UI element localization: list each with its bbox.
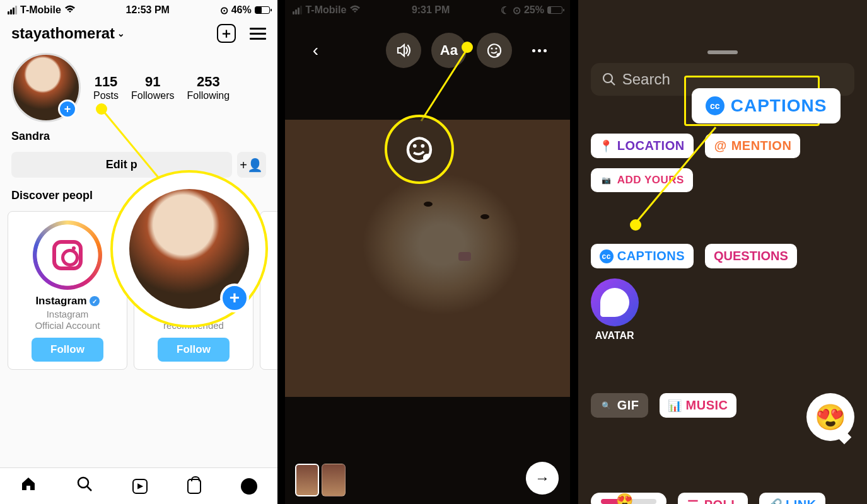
more-button[interactable]	[522, 33, 557, 68]
add-story-icon[interactable]: +	[58, 100, 77, 118]
next-button[interactable]: →	[526, 462, 559, 495]
thumbnail[interactable]	[295, 464, 319, 496]
svg-point-3	[491, 47, 492, 49]
music-sticker[interactable]: 📊MUSIC	[660, 393, 737, 418]
poll-icon: ☰	[687, 498, 701, 505]
text-button[interactable]: Aa	[431, 33, 467, 68]
suggestion-card: re	[260, 211, 277, 370]
thumbnail[interactable]	[322, 464, 346, 496]
username-dropdown[interactable]: stayathomerat ⌄	[11, 25, 125, 42]
shop-tab[interactable]	[187, 479, 201, 494]
create-button[interactable]: ＋	[217, 24, 236, 43]
menu-button[interactable]	[250, 28, 266, 40]
carrier-label: T-Mobile	[20, 4, 61, 16]
sticker-search[interactable]: Search	[591, 63, 854, 96]
media-thumbnails	[295, 464, 346, 496]
alarm-icon: ⊙	[220, 4, 228, 16]
profile-avatar[interactable]: +	[11, 53, 81, 122]
stat-following[interactable]: 253 Following	[187, 74, 230, 101]
sticker-picker-screen: Search 📍LOCATION @MENTION 📷ADD YOURS ccC…	[578, 0, 867, 504]
stat-posts[interactable]: 115 Posts	[93, 74, 119, 101]
audio-button[interactable]	[386, 33, 421, 68]
follow-button[interactable]: Follow	[158, 338, 230, 362]
gif-sticker[interactable]: 🔍GIF	[591, 393, 648, 418]
emoji-sticker[interactable]: 😍	[806, 393, 854, 441]
music-icon: 📊	[668, 399, 682, 413]
svg-point-8	[603, 74, 612, 83]
tab-bar	[0, 467, 277, 504]
edit-profile-button[interactable]: Edit p	[11, 152, 232, 178]
chevron-down-icon: ⌄	[117, 28, 125, 38]
suggestion-card: Rocketship...✓ Instagramrecommended Foll…	[134, 211, 253, 370]
profile-tab[interactable]	[241, 478, 257, 495]
battery-pct: 46%	[231, 4, 252, 16]
poll-sticker[interactable]: ☰POLL	[678, 493, 748, 504]
search-tab[interactable]	[76, 476, 93, 496]
verified-icon: ✓	[90, 296, 100, 306]
back-button[interactable]: ‹	[298, 33, 333, 68]
svg-point-4	[495, 47, 497, 49]
captions-sticker[interactable]: ccCAPTIONS	[591, 244, 694, 268]
at-icon: @	[714, 139, 728, 153]
location-sticker[interactable]: 📍LOCATION	[591, 134, 694, 158]
reels-tab[interactable]	[132, 479, 148, 494]
display-name: Sandra	[0, 129, 277, 144]
mention-sticker[interactable]: @MENTION	[705, 134, 801, 158]
profile-screen: T-Mobile 12:53 PM ⊙ 46% stayathomerat ⌄ …	[0, 0, 277, 504]
card-avatar[interactable]	[33, 220, 102, 290]
stat-followers[interactable]: 91 Followers	[131, 74, 174, 101]
status-bar: T-Mobile 12:53 PM ⊙ 46%	[0, 0, 277, 20]
questions-sticker[interactable]: QUESTIONS	[705, 244, 797, 268]
avatar-sticker[interactable]: AVATAR	[591, 278, 639, 341]
svg-point-0	[78, 478, 88, 488]
follow-button[interactable]: Follow	[32, 338, 103, 362]
time-label: 12:53 PM	[126, 4, 170, 16]
sticker-button[interactable]	[477, 33, 512, 68]
suggestion-cards: Instagram✓ InstagramOfficial Account Fol…	[0, 206, 277, 375]
story-editor-screen: T-Mobile 9:31 PM ☾ ⊙ 25% ‹ Aa →	[285, 0, 569, 504]
search-placeholder: Search	[622, 71, 670, 88]
signal-icon	[8, 6, 17, 14]
drag-handle[interactable]	[707, 50, 738, 54]
discover-people-button[interactable]: +👤	[237, 152, 266, 178]
addyours-sticker[interactable]: 📷ADD YOURS	[591, 168, 693, 192]
cc-icon: cc	[600, 249, 614, 263]
home-tab[interactable]	[20, 476, 37, 496]
svg-line-9	[611, 81, 615, 85]
location-icon: 📍	[600, 139, 614, 153]
search-icon: 🔍	[600, 399, 614, 413]
camera-icon: 📷	[600, 173, 614, 187]
verified-icon: ✓	[223, 296, 233, 306]
suggestion-card: Instagram✓ InstagramOfficial Account Fol…	[8, 211, 127, 370]
link-sticker[interactable]: 🔗LINK	[759, 493, 825, 504]
battery-icon	[255, 6, 270, 14]
avatar-icon	[591, 278, 639, 326]
svg-line-1	[87, 486, 91, 491]
search-icon	[602, 72, 616, 86]
link-icon: 🔗	[768, 498, 782, 505]
card-avatar[interactable]	[159, 220, 228, 290]
wifi-icon	[64, 5, 76, 16]
discover-heading: Discover peopl	[0, 185, 277, 206]
slider-sticker[interactable]	[591, 493, 666, 504]
